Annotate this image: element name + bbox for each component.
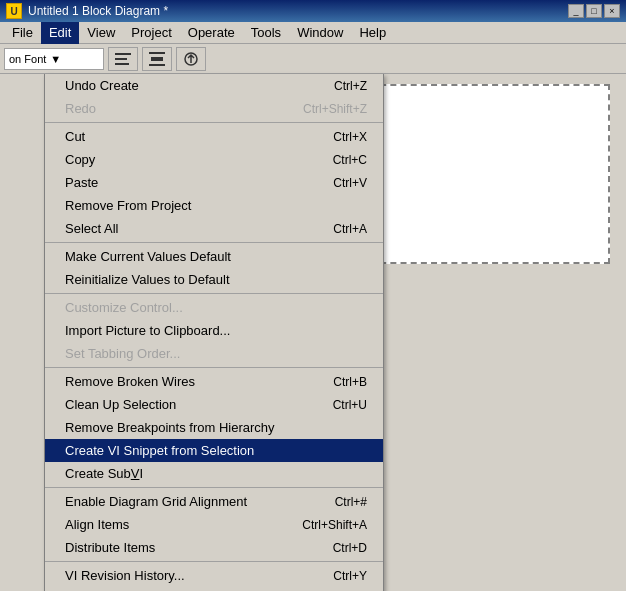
- svg-rect-1: [115, 58, 127, 60]
- app-icon: U: [6, 3, 22, 19]
- menu-window[interactable]: Window: [289, 22, 351, 44]
- menu-item-create-subvi[interactable]: Create SubVI: [45, 462, 383, 485]
- redo-label: Redo: [65, 101, 96, 116]
- select-all-label: Select All: [65, 221, 118, 236]
- reorder-icon: [181, 50, 201, 68]
- separator-3: [45, 293, 383, 294]
- toolbar: on Font ▼: [0, 44, 626, 74]
- reinitialize-label: Reinitialize Values to Default: [65, 272, 230, 287]
- import-picture-label: Import Picture to Clipboard...: [65, 323, 230, 338]
- separator-4: [45, 367, 383, 368]
- toolbar-btn-3[interactable]: [176, 47, 206, 71]
- select-all-shortcut: Ctrl+A: [333, 222, 367, 236]
- font-selector[interactable]: on Font ▼: [4, 48, 104, 70]
- make-default-label: Make Current Values Default: [65, 249, 231, 264]
- separator-1: [45, 122, 383, 123]
- menu-project[interactable]: Project: [123, 22, 179, 44]
- menu-item-align[interactable]: Align Items Ctrl+Shift+A: [45, 513, 383, 536]
- align-label: Align Items: [65, 517, 129, 532]
- customize-label: Customize Control...: [65, 300, 183, 315]
- menu-edit[interactable]: Edit: [41, 22, 79, 44]
- menu-item-revision-history[interactable]: VI Revision History... Ctrl+Y: [45, 564, 383, 587]
- menu-item-reinitialize[interactable]: Reinitialize Values to Default: [45, 268, 383, 291]
- paste-shortcut: Ctrl+V: [333, 176, 367, 190]
- menu-item-enable-grid[interactable]: Enable Diagram Grid Alignment Ctrl+#: [45, 490, 383, 513]
- menu-item-undo[interactable]: Undo Create Ctrl+Z: [45, 74, 383, 97]
- maximize-button[interactable]: □: [586, 4, 602, 18]
- minimize-button[interactable]: _: [568, 4, 584, 18]
- menu-bar: File Edit View Project Operate Tools Win…: [0, 22, 626, 44]
- diagram-canvas: [370, 84, 610, 264]
- menu-item-select-all[interactable]: Select All Ctrl+A: [45, 217, 383, 240]
- menu-item-make-default[interactable]: Make Current Values Default: [45, 245, 383, 268]
- revision-history-shortcut: Ctrl+Y: [333, 569, 367, 583]
- menu-item-redo[interactable]: Redo Ctrl+Shift+Z: [45, 97, 383, 120]
- enable-grid-label: Enable Diagram Grid Alignment: [65, 494, 247, 509]
- font-label: on Font: [9, 53, 46, 65]
- window-controls[interactable]: _ □ ×: [568, 4, 620, 18]
- svg-rect-2: [115, 63, 129, 65]
- menu-file[interactable]: File: [4, 22, 41, 44]
- svg-rect-0: [115, 53, 131, 55]
- title-text: Untitled 1 Block Diagram *: [28, 4, 568, 18]
- menu-item-remove-broken[interactable]: Remove Broken Wires Ctrl+B: [45, 370, 383, 393]
- undo-label: Undo Create: [65, 78, 139, 93]
- cleanup-shortcut: Ctrl+U: [333, 398, 367, 412]
- menu-item-set-tabbing[interactable]: Set Tabbing Order...: [45, 342, 383, 365]
- revision-history-label: VI Revision History...: [65, 568, 185, 583]
- menu-tools[interactable]: Tools: [243, 22, 289, 44]
- menu-item-import-picture[interactable]: Import Picture to Clipboard...: [45, 319, 383, 342]
- create-subvi-label: Create SubVI: [65, 466, 143, 481]
- separator-5: [45, 487, 383, 488]
- svg-rect-3: [149, 52, 165, 54]
- menu-item-runtime-menu[interactable]: Run-Time Menu...: [45, 587, 383, 591]
- align-icon: [113, 50, 133, 68]
- cut-label: Cut: [65, 129, 85, 144]
- menu-item-paste[interactable]: Paste Ctrl+V: [45, 171, 383, 194]
- distribute-icon: [147, 50, 167, 68]
- paste-label: Paste: [65, 175, 98, 190]
- edit-menu-dropdown: Undo Create Ctrl+Z Redo Ctrl+Shift+Z Cut…: [44, 74, 384, 591]
- menu-view[interactable]: View: [79, 22, 123, 44]
- align-shortcut: Ctrl+Shift+A: [302, 518, 367, 532]
- font-dropdown-arrow[interactable]: ▼: [50, 53, 61, 65]
- svg-rect-5: [149, 64, 165, 66]
- remove-breakpoints-label: Remove Breakpoints from Hierarchy: [65, 420, 275, 435]
- separator-2: [45, 242, 383, 243]
- remove-broken-label: Remove Broken Wires: [65, 374, 195, 389]
- cut-shortcut: Ctrl+X: [333, 130, 367, 144]
- cleanup-label: Clean Up Selection: [65, 397, 176, 412]
- distribute-shortcut: Ctrl+D: [333, 541, 367, 555]
- menu-item-copy[interactable]: Copy Ctrl+C: [45, 148, 383, 171]
- menu-item-customize[interactable]: Customize Control...: [45, 296, 383, 319]
- menu-item-cleanup[interactable]: Clean Up Selection Ctrl+U: [45, 393, 383, 416]
- redo-shortcut: Ctrl+Shift+Z: [303, 102, 367, 116]
- toolbar-btn-1[interactable]: [108, 47, 138, 71]
- main-area: Undo Create Ctrl+Z Redo Ctrl+Shift+Z Cut…: [0, 74, 626, 591]
- copy-label: Copy: [65, 152, 95, 167]
- svg-rect-4: [151, 57, 163, 61]
- remove-project-label: Remove From Project: [65, 198, 191, 213]
- menu-item-create-vi-snippet[interactable]: Create VI Snippet from Selection: [45, 439, 383, 462]
- copy-shortcut: Ctrl+C: [333, 153, 367, 167]
- separator-6: [45, 561, 383, 562]
- menu-item-remove-project[interactable]: Remove From Project: [45, 194, 383, 217]
- close-button[interactable]: ×: [604, 4, 620, 18]
- remove-broken-shortcut: Ctrl+B: [333, 375, 367, 389]
- toolbar-btn-2[interactable]: [142, 47, 172, 71]
- menu-operate[interactable]: Operate: [180, 22, 243, 44]
- menu-item-cut[interactable]: Cut Ctrl+X: [45, 125, 383, 148]
- menu-help[interactable]: Help: [351, 22, 394, 44]
- undo-shortcut: Ctrl+Z: [334, 79, 367, 93]
- menu-item-distribute[interactable]: Distribute Items Ctrl+D: [45, 536, 383, 559]
- title-bar: U Untitled 1 Block Diagram * _ □ ×: [0, 0, 626, 22]
- distribute-label: Distribute Items: [65, 540, 155, 555]
- create-vi-snippet-label: Create VI Snippet from Selection: [65, 443, 254, 458]
- menu-item-remove-breakpoints[interactable]: Remove Breakpoints from Hierarchy: [45, 416, 383, 439]
- set-tabbing-label: Set Tabbing Order...: [65, 346, 180, 361]
- enable-grid-shortcut: Ctrl+#: [335, 495, 367, 509]
